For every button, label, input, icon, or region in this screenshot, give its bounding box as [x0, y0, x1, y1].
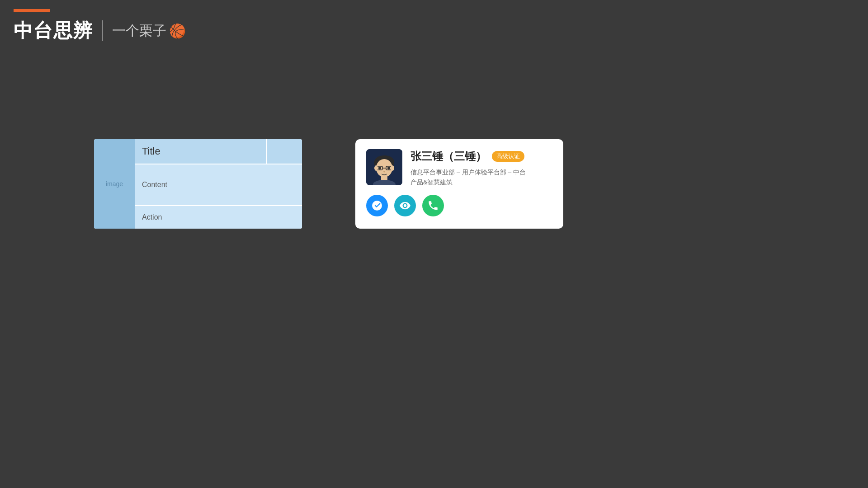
- dingtalk-icon-button[interactable]: [366, 195, 388, 216]
- phone-icon: [427, 200, 439, 211]
- svg-point-9: [383, 171, 385, 173]
- profile-dept: 信息平台事业部 – 用户体验平台部 – 中台 产品&智慧建筑: [410, 167, 552, 188]
- profile-info: 张三锤（三锤） 高级认证 信息平台事业部 – 用户体验平台部 – 中台 产品&智…: [410, 149, 552, 188]
- cert-badge: 高级认证: [492, 151, 524, 162]
- card-image-placeholder: image: [94, 139, 135, 229]
- svg-point-8: [387, 167, 390, 169]
- profile-name: 张三锤（三锤）: [410, 149, 486, 164]
- subtitle-text: 一个栗子: [112, 22, 166, 40]
- card-content-area: Title Content Action: [135, 139, 302, 229]
- wing-icon: [371, 200, 383, 211]
- card-title-row: Title: [135, 139, 302, 164]
- profile-action-icons: [366, 195, 552, 216]
- card-body: Content: [135, 164, 302, 206]
- title-divider: [102, 20, 103, 41]
- orange-accent-bar: [14, 9, 50, 12]
- svg-point-11: [391, 165, 394, 171]
- profile-card: 张三锤（三锤） 高级认证 信息平台事业部 – 用户体验平台部 – 中台 产品&智…: [355, 139, 563, 229]
- card-action: Action: [135, 206, 302, 229]
- dept-line1: 信息平台事业部 – 用户体验平台部 – 中台: [410, 169, 526, 176]
- page-header: 中台思辨 一个栗子 🏀: [14, 9, 186, 43]
- subtitle: 一个栗子 🏀: [112, 22, 186, 40]
- avatar-svg: [366, 149, 402, 185]
- card-title-extra: [266, 139, 302, 164]
- chestnut-emoji: 🏀: [169, 23, 186, 39]
- svg-point-10: [374, 165, 378, 171]
- avatar: [366, 149, 402, 185]
- eye-icon: [399, 200, 411, 211]
- image-label: image: [106, 180, 123, 188]
- card-title: Title: [135, 139, 266, 164]
- phone-icon-button[interactable]: [422, 195, 444, 216]
- svg-point-7: [378, 167, 381, 169]
- profile-name-row: 张三锤（三锤） 高级认证: [410, 149, 552, 164]
- profile-top-section: 张三锤（三锤） 高级认证 信息平台事业部 – 用户体验平台部 – 中台 产品&智…: [366, 149, 552, 188]
- lark-icon-button[interactable]: [394, 195, 416, 216]
- dept-line2: 产品&智慧建筑: [410, 178, 453, 186]
- main-title: 中台思辨: [14, 18, 93, 43]
- wireframe-card: image Title Content Action: [94, 139, 302, 229]
